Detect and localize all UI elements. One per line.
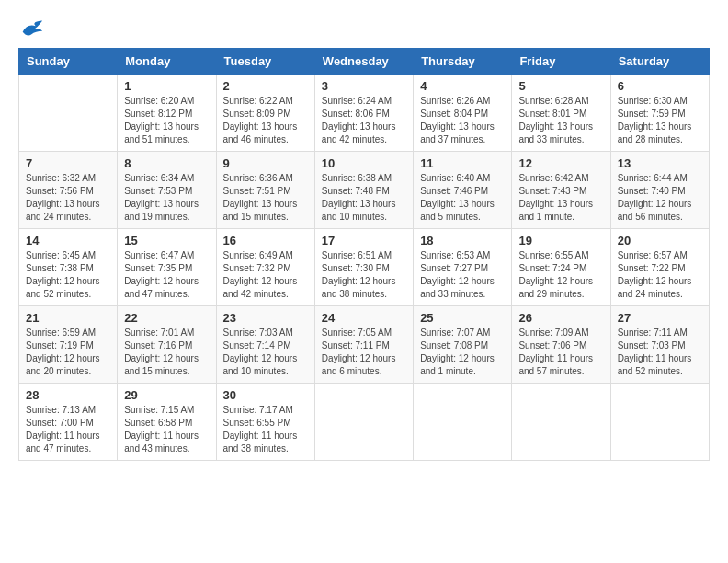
calendar-cell: 1Sunrise: 6:20 AM Sunset: 8:12 PM Daylig… — [118, 75, 216, 152]
day-number: 13 — [618, 156, 702, 170]
day-info: Sunrise: 7:11 AM Sunset: 7:03 PM Dayligh… — [618, 327, 702, 378]
calendar-cell: 29Sunrise: 7:15 AM Sunset: 6:58 PM Dayli… — [118, 384, 216, 461]
calendar-cell: 15Sunrise: 6:47 AM Sunset: 7:35 PM Dayli… — [118, 229, 216, 306]
calendar-cell: 14Sunrise: 6:45 AM Sunset: 7:38 PM Dayli… — [19, 229, 118, 306]
day-info: Sunrise: 6:44 AM Sunset: 7:40 PM Dayligh… — [618, 172, 702, 224]
weekday-header-saturday: Saturday — [610, 49, 709, 75]
day-number: 1 — [124, 79, 209, 93]
calendar-cell: 3Sunrise: 6:24 AM Sunset: 8:06 PM Daylig… — [314, 75, 413, 152]
weekday-header-thursday: Thursday — [414, 49, 512, 75]
day-info: Sunrise: 6:55 AM Sunset: 7:24 PM Dayligh… — [518, 249, 603, 301]
day-info: Sunrise: 7:07 AM Sunset: 7:08 PM Dayligh… — [420, 327, 505, 378]
calendar-week-1: 1Sunrise: 6:20 AM Sunset: 8:12 PM Daylig… — [19, 75, 710, 152]
day-number: 18 — [420, 234, 505, 247]
day-number: 25 — [420, 311, 505, 325]
calendar-week-2: 7Sunrise: 6:32 AM Sunset: 7:56 PM Daylig… — [19, 152, 710, 229]
day-info: Sunrise: 6:32 AM Sunset: 7:56 PM Dayligh… — [26, 172, 110, 224]
day-info: Sunrise: 7:01 AM Sunset: 7:16 PM Dayligh… — [124, 327, 209, 378]
page-header — [18, 18, 710, 39]
day-info: Sunrise: 7:17 AM Sunset: 6:55 PM Dayligh… — [223, 404, 308, 455]
day-number: 29 — [124, 388, 209, 402]
calendar-cell: 18Sunrise: 6:53 AM Sunset: 7:27 PM Dayli… — [414, 229, 512, 306]
calendar-cell: 21Sunrise: 6:59 AM Sunset: 7:19 PM Dayli… — [19, 306, 118, 384]
day-info: Sunrise: 7:05 AM Sunset: 7:11 PM Dayligh… — [322, 327, 406, 378]
day-number: 15 — [124, 234, 209, 247]
day-number: 19 — [518, 234, 603, 247]
calendar-cell: 5Sunrise: 6:28 AM Sunset: 8:01 PM Daylig… — [512, 75, 610, 152]
day-info: Sunrise: 6:34 AM Sunset: 7:53 PM Dayligh… — [124, 172, 209, 224]
day-number: 2 — [223, 79, 308, 93]
calendar-cell: 22Sunrise: 7:01 AM Sunset: 7:16 PM Dayli… — [118, 306, 216, 384]
day-info: Sunrise: 6:59 AM Sunset: 7:19 PM Dayligh… — [26, 327, 110, 378]
day-info: Sunrise: 6:20 AM Sunset: 8:12 PM Dayligh… — [124, 95, 209, 146]
day-number: 6 — [618, 79, 702, 93]
day-info: Sunrise: 7:13 AM Sunset: 7:00 PM Dayligh… — [26, 404, 110, 455]
calendar-cell — [610, 384, 709, 461]
weekday-header-monday: Monday — [118, 49, 216, 75]
calendar-cell — [512, 384, 610, 461]
logo-bird-icon — [18, 18, 44, 39]
day-number: 3 — [322, 79, 406, 93]
day-info: Sunrise: 7:09 AM Sunset: 7:06 PM Dayligh… — [518, 327, 603, 378]
day-info: Sunrise: 6:24 AM Sunset: 8:06 PM Dayligh… — [322, 95, 406, 146]
calendar-cell: 28Sunrise: 7:13 AM Sunset: 7:00 PM Dayli… — [19, 384, 118, 461]
weekday-header-tuesday: Tuesday — [216, 49, 314, 75]
calendar-week-3: 14Sunrise: 6:45 AM Sunset: 7:38 PM Dayli… — [19, 229, 710, 306]
day-number: 28 — [26, 388, 110, 402]
day-number: 27 — [618, 311, 702, 325]
day-number: 16 — [223, 234, 308, 247]
day-number: 7 — [26, 156, 110, 170]
weekday-header-wednesday: Wednesday — [314, 49, 413, 75]
calendar-table: SundayMondayTuesdayWednesdayThursdayFrid… — [18, 48, 710, 461]
weekday-header-friday: Friday — [512, 49, 610, 75]
day-number: 8 — [124, 156, 209, 170]
day-info: Sunrise: 6:45 AM Sunset: 7:38 PM Dayligh… — [26, 249, 110, 301]
day-info: Sunrise: 6:57 AM Sunset: 7:22 PM Dayligh… — [618, 249, 702, 301]
calendar-cell — [314, 384, 413, 461]
day-number: 23 — [223, 311, 308, 325]
day-number: 4 — [420, 79, 505, 93]
day-info: Sunrise: 7:15 AM Sunset: 6:58 PM Dayligh… — [124, 404, 209, 455]
day-info: Sunrise: 7:03 AM Sunset: 7:14 PM Dayligh… — [223, 327, 308, 378]
day-info: Sunrise: 6:22 AM Sunset: 8:09 PM Dayligh… — [223, 95, 308, 146]
calendar-week-4: 21Sunrise: 6:59 AM Sunset: 7:19 PM Dayli… — [19, 306, 710, 384]
weekday-header-sunday: Sunday — [19, 49, 118, 75]
calendar-cell: 9Sunrise: 6:36 AM Sunset: 7:51 PM Daylig… — [216, 152, 314, 229]
day-number: 26 — [518, 311, 603, 325]
logo — [18, 18, 44, 39]
day-info: Sunrise: 6:42 AM Sunset: 7:43 PM Dayligh… — [518, 172, 603, 224]
day-number: 9 — [223, 156, 308, 170]
day-number: 10 — [322, 156, 406, 170]
weekday-header-row: SundayMondayTuesdayWednesdayThursdayFrid… — [19, 49, 710, 75]
day-number: 30 — [223, 388, 308, 402]
calendar-cell: 6Sunrise: 6:30 AM Sunset: 7:59 PM Daylig… — [610, 75, 709, 152]
day-number: 14 — [26, 234, 110, 247]
day-info: Sunrise: 6:28 AM Sunset: 8:01 PM Dayligh… — [518, 95, 603, 146]
calendar-cell: 26Sunrise: 7:09 AM Sunset: 7:06 PM Dayli… — [512, 306, 610, 384]
day-number: 22 — [124, 311, 209, 325]
day-info: Sunrise: 6:51 AM Sunset: 7:30 PM Dayligh… — [322, 249, 406, 301]
calendar-cell: 27Sunrise: 7:11 AM Sunset: 7:03 PM Dayli… — [610, 306, 709, 384]
calendar-cell: 19Sunrise: 6:55 AM Sunset: 7:24 PM Dayli… — [512, 229, 610, 306]
day-info: Sunrise: 6:38 AM Sunset: 7:48 PM Dayligh… — [322, 172, 406, 224]
day-info: Sunrise: 6:47 AM Sunset: 7:35 PM Dayligh… — [124, 249, 209, 301]
calendar-cell — [414, 384, 512, 461]
day-number: 5 — [518, 79, 603, 93]
day-info: Sunrise: 6:53 AM Sunset: 7:27 PM Dayligh… — [420, 249, 505, 301]
calendar-cell: 16Sunrise: 6:49 AM Sunset: 7:32 PM Dayli… — [216, 229, 314, 306]
day-info: Sunrise: 6:26 AM Sunset: 8:04 PM Dayligh… — [420, 95, 505, 146]
calendar-cell: 30Sunrise: 7:17 AM Sunset: 6:55 PM Dayli… — [216, 384, 314, 461]
day-number: 11 — [420, 156, 505, 170]
calendar-cell: 24Sunrise: 7:05 AM Sunset: 7:11 PM Dayli… — [314, 306, 413, 384]
day-number: 21 — [26, 311, 110, 325]
day-number: 20 — [618, 234, 702, 247]
calendar-cell: 2Sunrise: 6:22 AM Sunset: 8:09 PM Daylig… — [216, 75, 314, 152]
calendar-cell: 8Sunrise: 6:34 AM Sunset: 7:53 PM Daylig… — [118, 152, 216, 229]
calendar-cell: 17Sunrise: 6:51 AM Sunset: 7:30 PM Dayli… — [314, 229, 413, 306]
calendar-cell: 20Sunrise: 6:57 AM Sunset: 7:22 PM Dayli… — [610, 229, 709, 306]
calendar-cell: 11Sunrise: 6:40 AM Sunset: 7:46 PM Dayli… — [414, 152, 512, 229]
calendar-cell — [19, 75, 118, 152]
calendar-cell: 12Sunrise: 6:42 AM Sunset: 7:43 PM Dayli… — [512, 152, 610, 229]
day-info: Sunrise: 6:40 AM Sunset: 7:46 PM Dayligh… — [420, 172, 505, 224]
day-number: 24 — [322, 311, 406, 325]
